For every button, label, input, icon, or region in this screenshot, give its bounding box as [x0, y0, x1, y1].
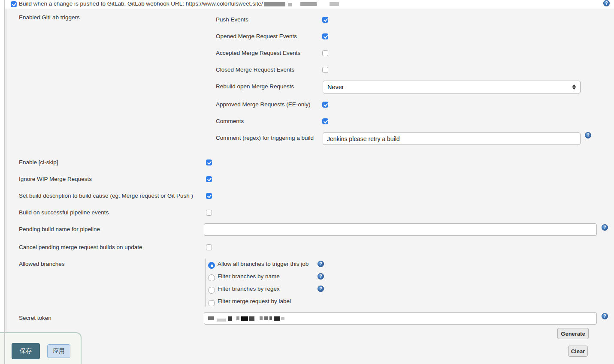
comment-regex-input[interactable] [323, 132, 581, 145]
build-when-pushed-checkbox[interactable] [11, 1, 17, 7]
allow-all-branches-radio[interactable] [208, 262, 215, 269]
enabled-triggers-section-label: Enabled GitLab triggers [19, 14, 80, 21]
pending-build-name-input[interactable] [204, 223, 597, 236]
rebuild-open-mr-label: Rebuild open Merge Requests [216, 83, 294, 90]
filter-branches-name-label: Filter branches by name [218, 273, 280, 280]
filter-mr-label-checkbox[interactable] [209, 300, 215, 306]
allow-all-branches-help-icon[interactable]: ? [318, 261, 324, 267]
accepted-mr-events-label: Accepted Merge Request Events [216, 50, 300, 57]
build-description-label: Set build description to build cause (eg… [19, 193, 193, 199]
select-updown-icon [572, 84, 576, 90]
pending-build-name-label: Pending build name for pipeline [19, 226, 100, 233]
approved-mr-label: Approved Merge Requests (EE-only) [216, 101, 311, 108]
filter-mr-label-label: Filter merge request by label [218, 298, 291, 305]
allowed-branches-label: Allowed branches [19, 261, 65, 268]
secret-token-input[interactable] [204, 312, 597, 325]
filter-branches-name-help-icon[interactable]: ? [318, 273, 324, 280]
ci-skip-checkbox[interactable] [206, 159, 212, 165]
filter-branches-regex-label: Filter branches by regex [218, 286, 280, 292]
webhook-url-redacted-blur [264, 1, 339, 6]
comments-label: Comments [216, 118, 244, 125]
rebuild-open-mr-selected-value: Never [327, 84, 344, 90]
pending-build-help-icon[interactable]: ? [602, 224, 608, 231]
secret-token-help-icon[interactable]: ? [602, 313, 608, 319]
secret-token-label: Secret token [19, 315, 51, 322]
generate-button[interactable]: Generate [557, 328, 589, 339]
closed-mr-events-checkbox[interactable] [322, 67, 328, 73]
filter-branches-name-radio[interactable] [208, 274, 215, 281]
pipeline-events-label: Build on successful pipeline events [19, 209, 109, 216]
comments-checkbox[interactable] [322, 118, 328, 124]
comment-regex-help-icon[interactable]: ? [585, 132, 591, 138]
allow-all-branches-label: Allow all branches to trigger this job [218, 261, 309, 268]
gitlab-trigger-config-page: Build when a change is pushed to GitLab.… [0, 0, 614, 364]
secret-token-redacted-blur [208, 315, 284, 322]
clear-button[interactable]: Clear [568, 346, 588, 357]
accepted-mr-events-checkbox[interactable] [322, 50, 328, 56]
apply-button[interactable]: 应用 [47, 344, 70, 358]
rebuild-open-mr-select[interactable]: Never [323, 81, 581, 93]
build-when-pushed-label: Build when a change is pushed to GitLab.… [19, 0, 263, 7]
section-indent-band [5, 9, 7, 364]
ignore-wip-checkbox[interactable] [206, 176, 212, 182]
ci-skip-label: Enable [ci-skip] [19, 159, 58, 166]
ignore-wip-label: Ignore WIP Merge Requests [19, 176, 92, 183]
filter-branches-regex-help-icon[interactable]: ? [318, 286, 324, 292]
section-indent-line [4, 0, 5, 364]
config-section-background [7, 9, 614, 364]
allowed-branches-divider [205, 259, 206, 307]
webhook-help-icon[interactable]: ? [603, 0, 610, 6]
opened-mr-events-checkbox[interactable] [322, 33, 328, 39]
save-button[interactable]: 保存 [12, 343, 40, 359]
filter-branches-regex-radio[interactable] [208, 287, 215, 294]
pipeline-events-checkbox[interactable] [206, 210, 212, 216]
build-description-checkbox[interactable] [206, 193, 212, 199]
push-events-checkbox[interactable] [322, 17, 328, 23]
cancel-pending-label: Cancel pending merge request builds on u… [19, 244, 142, 251]
closed-mr-events-label: Closed Merge Request Events [216, 66, 294, 73]
approved-mr-checkbox[interactable] [322, 102, 328, 108]
cancel-pending-checkbox[interactable] [206, 244, 212, 250]
opened-mr-events-label: Opened Merge Request Events [216, 33, 297, 40]
comment-regex-label: Comment (regex) for triggering a build [216, 135, 314, 141]
push-events-label: Push Events [216, 16, 248, 23]
